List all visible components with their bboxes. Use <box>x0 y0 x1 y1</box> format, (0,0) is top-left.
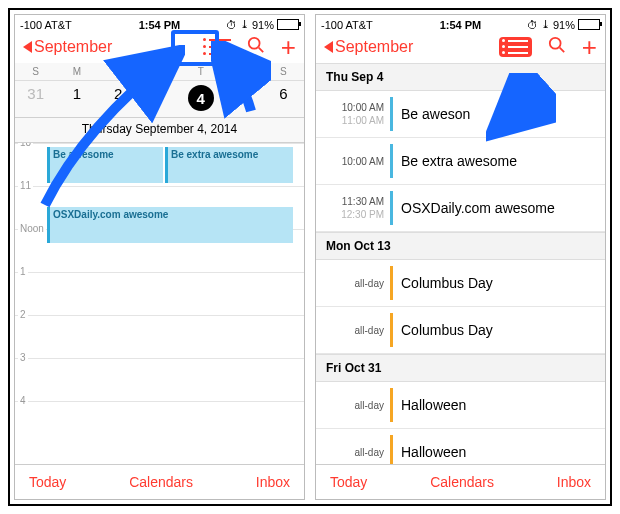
date-label: Thursday September 4, 2014 <box>15 118 304 143</box>
event-list[interactable]: Thu Sep 410:00 AM11:00 AMBe aweson10:00 … <box>316 63 605 464</box>
list-item[interactable]: all-dayHalloween <box>316 429 605 464</box>
weekday-label: F <box>221 63 262 80</box>
svg-point-2 <box>550 38 561 49</box>
nav-bar: September + <box>15 32 304 63</box>
event-title: Be aweson <box>401 106 470 122</box>
inbox-button[interactable]: Inbox <box>557 474 591 490</box>
event-time: 10:00 AM <box>322 155 390 168</box>
date-cell[interactable]: 3 <box>139 85 180 111</box>
hour-label: 2 <box>18 309 28 320</box>
event-color-bar <box>390 97 393 131</box>
back-label: September <box>34 38 112 56</box>
event-color-bar <box>390 266 393 300</box>
status-time: 1:54 PM <box>316 19 605 31</box>
date-cell[interactable]: 2 <box>98 85 139 111</box>
date-cell[interactable]: 6 <box>263 85 304 111</box>
weekday-label: S <box>263 63 304 80</box>
calendars-button[interactable]: Calendars <box>129 474 193 490</box>
list-item[interactable]: 10:00 AMBe extra awesome <box>316 138 605 185</box>
list-item[interactable]: 11:30 AM12:30 PMOSXDaily.com awesome <box>316 185 605 232</box>
day-grid[interactable]: 1011Noon1234Be awesomeBe extra awesomeOS… <box>15 143 304 464</box>
week-day-header: SMTWTFS <box>15 63 304 81</box>
calendar-event[interactable]: OSXDaily.com awesome <box>47 207 293 243</box>
today-button[interactable]: Today <box>330 474 367 490</box>
event-title: Be extra awesome <box>401 153 517 169</box>
hour-label: 3 <box>18 352 28 363</box>
list-item[interactable]: 10:00 AM11:00 AMBe aweson <box>316 91 605 138</box>
status-time: 1:54 PM <box>15 19 304 31</box>
svg-line-1 <box>259 48 264 53</box>
add-event-button[interactable]: + <box>582 39 597 55</box>
weekday-label: M <box>56 63 97 80</box>
list-item[interactable]: all-dayHalloween <box>316 382 605 429</box>
weekday-label: T <box>98 63 139 80</box>
chevron-left-icon <box>324 41 333 53</box>
event-time: 11:30 AM12:30 PM <box>322 195 390 221</box>
event-color-bar <box>390 144 393 178</box>
phone-list-view: -100 AT&T 1:54 PM ⏱ ⤓ 91% September + <box>315 14 606 500</box>
date-cell[interactable]: 1 <box>56 85 97 111</box>
event-title: Columbus Day <box>401 275 493 291</box>
event-time: all-day <box>322 277 390 290</box>
list-item[interactable]: all-dayColumbus Day <box>316 260 605 307</box>
event-title: OSXDaily.com awesome <box>401 200 555 216</box>
event-time: all-day <box>322 446 390 459</box>
list-toggle-button[interactable] <box>209 39 231 55</box>
event-time: all-day <box>322 399 390 412</box>
weekday-label: S <box>15 63 56 80</box>
inbox-button[interactable]: Inbox <box>256 474 290 490</box>
hour-label: Noon <box>18 223 46 234</box>
nav-bar: September + <box>316 32 605 63</box>
event-color-bar <box>390 191 393 225</box>
status-bar: -100 AT&T 1:54 PM ⏱ ⤓ 91% <box>316 15 605 32</box>
search-button[interactable] <box>247 36 265 57</box>
date-cell[interactable]: 5 <box>221 85 262 111</box>
event-time: 10:00 AM11:00 AM <box>322 101 390 127</box>
calendar-event[interactable]: Be extra awesome <box>165 147 293 183</box>
event-time: all-day <box>322 324 390 337</box>
event-title: Columbus Day <box>401 322 493 338</box>
chevron-left-icon <box>23 41 32 53</box>
battery-icon <box>578 19 600 30</box>
event-title: Halloween <box>401 397 466 413</box>
list-item[interactable]: all-dayColumbus Day <box>316 307 605 354</box>
today-button[interactable]: Today <box>29 474 66 490</box>
back-button[interactable]: September <box>324 38 413 56</box>
date-cell[interactable]: 4 <box>180 85 221 111</box>
event-color-bar <box>390 388 393 422</box>
hour-label: 11 <box>18 180 33 191</box>
week-date-row[interactable]: 31123456 <box>15 81 304 118</box>
list-section-header: Mon Oct 13 <box>316 232 605 260</box>
status-bar: -100 AT&T 1:54 PM ⏱ ⤓ 91% <box>15 15 304 32</box>
hour-label: 4 <box>18 395 28 406</box>
hour-label: 10 <box>18 143 33 148</box>
svg-point-0 <box>249 38 260 49</box>
list-section-header: Fri Oct 31 <box>316 354 605 382</box>
add-event-button[interactable]: + <box>281 39 296 55</box>
calendar-event[interactable]: Be awesome <box>47 147 163 183</box>
search-button[interactable] <box>548 36 566 57</box>
weekday-label: T <box>180 63 221 80</box>
list-toggle-button-active[interactable] <box>499 37 532 57</box>
event-title: Halloween <box>401 444 466 460</box>
hour-label: 1 <box>18 266 28 277</box>
date-cell[interactable]: 31 <box>15 85 56 111</box>
bottom-toolbar: Today Calendars Inbox <box>316 464 605 499</box>
back-label: September <box>335 38 413 56</box>
back-button[interactable]: September <box>23 38 112 56</box>
bottom-toolbar: Today Calendars Inbox <box>15 464 304 499</box>
event-color-bar <box>390 313 393 347</box>
event-color-bar <box>390 435 393 464</box>
weekday-label: W <box>139 63 180 80</box>
svg-line-3 <box>560 48 565 53</box>
battery-icon <box>277 19 299 30</box>
calendars-button[interactable]: Calendars <box>430 474 494 490</box>
list-section-header: Thu Sep 4 <box>316 63 605 91</box>
phone-day-view: -100 AT&T 1:54 PM ⏱ ⤓ 91% September + <box>14 14 305 500</box>
